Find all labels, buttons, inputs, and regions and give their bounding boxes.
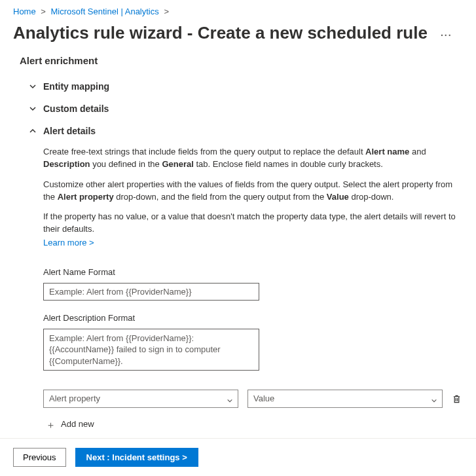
chevron-up-icon <box>29 127 37 135</box>
trash-icon <box>452 394 462 404</box>
alert-property-dropdown[interactable]: Alert property <box>43 390 238 408</box>
dropdown-placeholder: Alert property <box>49 393 100 405</box>
chevron-right-icon: > <box>164 7 169 16</box>
help-text-2: Customize other alert properties with th… <box>43 179 458 204</box>
chevron-down-icon <box>29 82 37 90</box>
next-button[interactable]: Next : Incident settings > <box>75 448 198 467</box>
value-dropdown[interactable]: Value <box>247 390 443 408</box>
accordion-alert-details[interactable]: Alert details <box>29 120 476 142</box>
chevron-right-icon: > <box>41 7 46 16</box>
breadcrumb-sentinel[interactable]: Microsoft Sentinel | Analytics <box>51 7 159 16</box>
help-text-3: If the property has no value, or a value… <box>43 211 458 236</box>
previous-button[interactable]: Previous <box>13 448 66 467</box>
section-title: Alert enrichment <box>0 55 476 75</box>
alert-name-format-label: Alert Name Format <box>43 266 458 279</box>
more-actions-icon[interactable]: ··· <box>441 26 452 41</box>
chevron-down-icon <box>227 395 233 402</box>
chevron-down-icon <box>431 395 437 402</box>
learn-more-link[interactable]: Learn more > <box>43 238 94 247</box>
breadcrumb-home[interactable]: Home <box>13 7 36 16</box>
add-new-button[interactable]: ＋ Add new <box>43 418 458 431</box>
alert-description-format-label: Alert Description Format <box>43 312 458 325</box>
delete-row-button[interactable] <box>452 393 462 405</box>
accordion-label: Alert details <box>43 126 96 136</box>
page-title: Analytics rule wizard - Create a new sch… <box>13 23 428 43</box>
alert-details-body: Create free-text strings that include fi… <box>0 142 476 431</box>
chevron-down-icon <box>29 105 37 113</box>
help-text-1: Create free-text strings that include fi… <box>43 146 458 171</box>
add-new-label: Add new <box>61 418 94 431</box>
dropdown-placeholder: Value <box>253 393 274 405</box>
plus-icon: ＋ <box>46 420 56 430</box>
breadcrumb: Home > Microsoft Sentinel | Analytics > <box>0 0 476 19</box>
alert-property-row: Alert property Value <box>43 390 458 408</box>
accordion-entity-mapping[interactable]: Entity mapping <box>29 75 476 98</box>
alert-description-format-input[interactable] <box>43 329 259 371</box>
wizard-footer: Previous Next : Incident settings > <box>0 438 476 476</box>
accordion-custom-details[interactable]: Custom details <box>29 98 476 120</box>
accordion-label: Custom details <box>43 103 109 114</box>
accordion-label: Entity mapping <box>43 81 109 92</box>
page-title-row: Analytics rule wizard - Create a new sch… <box>0 19 476 55</box>
alert-name-format-input[interactable] <box>43 283 259 301</box>
